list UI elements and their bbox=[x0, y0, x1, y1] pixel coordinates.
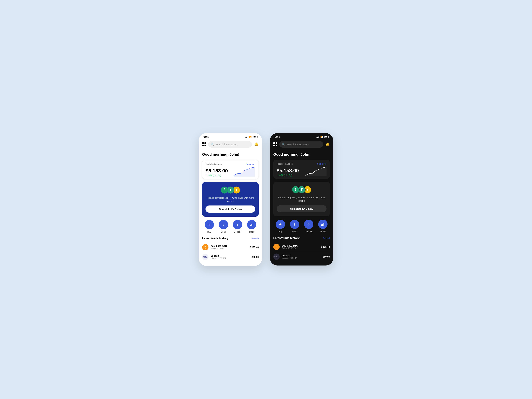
btc-icon-dark: ₿ bbox=[273, 244, 280, 250]
search-icon-light: 🔍 bbox=[211, 143, 214, 146]
signal-bar-d3 bbox=[318, 137, 318, 138]
deposit-btn-light[interactable]: ↑ bbox=[233, 220, 242, 229]
trade-item-visa-dark: VISA Deposit 15 Apr, 12:00 PM $50.00 bbox=[273, 252, 330, 261]
action-deposit-dark[interactable]: ↑ Deposit bbox=[304, 220, 313, 233]
svg-rect-7 bbox=[324, 223, 324, 226]
portfolio-amount-light: $5,158.00 bbox=[206, 168, 228, 174]
trade-btn-dark[interactable] bbox=[318, 220, 328, 229]
trade-label-light: Trade bbox=[249, 231, 254, 233]
battery-icon-light bbox=[253, 136, 257, 138]
kyc-card-dark: ₿ T ♦ Please complete your KYC to trade … bbox=[273, 182, 330, 216]
trade-name-visa-dark: Deposit bbox=[282, 254, 321, 257]
portfolio-chart-dark bbox=[305, 166, 327, 176]
bell-icon-dark[interactable]: 🔔 bbox=[325, 142, 330, 147]
time-light: 9:41 bbox=[203, 135, 209, 139]
trade-amount-visa-light: $50.00 bbox=[252, 256, 259, 258]
svg-rect-6 bbox=[323, 223, 323, 226]
see-all-light[interactable]: See All bbox=[252, 237, 259, 240]
visa-icon-dark: VISA bbox=[273, 253, 280, 260]
kyc-text-light: Please complete your KYC to trade with m… bbox=[205, 196, 255, 203]
action-send-dark[interactable]: ↓ Send bbox=[290, 220, 299, 233]
action-trade-dark[interactable]: Trade bbox=[318, 220, 328, 233]
svg-rect-3 bbox=[253, 223, 253, 226]
buy-btn-light[interactable]: + bbox=[205, 220, 214, 229]
dark-phone-body: Good morning, John! Portfolio balance Se… bbox=[270, 150, 333, 266]
portfolio-content-dark: $5,158.00 + 18.00 (+1.17%) bbox=[277, 166, 327, 176]
portfolio-label-light: Portfolio balance bbox=[206, 163, 222, 165]
send-btn-dark[interactable]: ↓ bbox=[290, 220, 299, 229]
wifi-icon-dark: 📶 bbox=[320, 136, 323, 138]
trade-date-btc-light: Today, 10:00 PM bbox=[210, 247, 248, 250]
kyc-button-light[interactable]: Complete KYC now bbox=[205, 205, 255, 213]
actions-row-dark: + Buy ↓ Send ↑ Deposit bbox=[273, 220, 330, 233]
buy-label-dark: Buy bbox=[279, 230, 282, 233]
portfolio-header-dark: Portfolio balance See more bbox=[277, 163, 327, 165]
phones-container: 9:41 📶 bbox=[199, 133, 333, 266]
trade-history-title-dark: Latest trade history bbox=[273, 236, 300, 240]
signal-bar-d2 bbox=[317, 137, 318, 138]
trade-info-btc-light: Buy 0.001 BTC Today, 10:00 PM bbox=[210, 245, 248, 250]
visa-icon-light: VISA bbox=[202, 254, 209, 260]
deposit-btn-dark[interactable]: ↑ bbox=[304, 220, 313, 229]
portfolio-values-light: $5,158.00 + 18.00 (+1.17%) bbox=[206, 168, 228, 177]
status-icons-dark: 📶 bbox=[316, 136, 329, 138]
status-icons-light: 📶 bbox=[245, 136, 257, 138]
trade-name-visa-light: Deposit bbox=[210, 254, 250, 257]
trade-date-btc-dark: Today, 10:00 PM bbox=[282, 247, 319, 249]
trade-info-visa-light: Deposit 15 Apr, 12:00 PM bbox=[210, 254, 250, 260]
buy-label-light: Buy bbox=[207, 231, 211, 233]
portfolio-change-light: + 18.00 (+1.17%) bbox=[206, 174, 228, 177]
status-bar-dark: 9:41 📶 bbox=[270, 133, 333, 140]
trade-amount-btc-dark: $ 195.40 bbox=[321, 246, 330, 248]
btc-icon-light: ₿ bbox=[202, 244, 209, 250]
status-bar-light: 9:41 📶 bbox=[199, 133, 262, 140]
search-bar-light[interactable]: 🔍 Search for an asset bbox=[208, 141, 252, 148]
grid-dot-d bbox=[276, 142, 278, 144]
trade-date-visa-dark: 15 Apr, 12:00 PM bbox=[282, 257, 321, 259]
send-label-dark: Send bbox=[292, 230, 297, 233]
portfolio-header-light: Portfolio balance See more bbox=[206, 163, 255, 165]
wifi-icon-light: 📶 bbox=[249, 136, 252, 138]
search-bar-dark[interactable]: 🔍 Search for an asset bbox=[279, 141, 323, 148]
grid-dot-d bbox=[273, 145, 275, 146]
light-phone: 9:41 📶 bbox=[199, 133, 262, 266]
signal-bars-dark bbox=[316, 136, 319, 138]
coin-btc-light: ₿ bbox=[221, 186, 228, 194]
deposit-label-light: Deposit bbox=[234, 231, 241, 233]
action-buy-dark[interactable]: + Buy bbox=[276, 220, 285, 233]
trade-icon-dark bbox=[321, 223, 324, 226]
send-label-light: Send bbox=[221, 231, 226, 233]
kyc-card-light: ₿ T ♦ Please complete your KYC to trade … bbox=[202, 182, 259, 217]
signal-bar-d4 bbox=[319, 136, 319, 138]
search-icon-dark: 🔍 bbox=[282, 143, 285, 146]
trade-amount-btc-light: $ 195.40 bbox=[250, 246, 259, 248]
kyc-text-dark: Please complete your KYC to trade with m… bbox=[277, 196, 327, 203]
trade-history-title-light: Latest trade history bbox=[202, 237, 228, 240]
signal-bar-1 bbox=[245, 138, 246, 138]
signal-bar-4 bbox=[248, 136, 248, 138]
see-more-light[interactable]: See more bbox=[246, 163, 255, 165]
see-more-dark[interactable]: See more bbox=[317, 163, 327, 165]
grid-dot bbox=[204, 142, 206, 144]
grid-icon-dark[interactable] bbox=[273, 142, 277, 146]
coin-btc-dark: ₿ bbox=[291, 186, 300, 194]
see-all-dark[interactable]: See All bbox=[323, 237, 330, 239]
action-send-light[interactable]: ↓ Send bbox=[219, 220, 228, 233]
portfolio-change-dark: + 18.00 (+1.17%) bbox=[277, 174, 299, 176]
portfolio-card-light: Portfolio balance See more $5,158.00 + 1… bbox=[202, 160, 259, 179]
grid-icon-light[interactable] bbox=[202, 142, 206, 146]
bell-icon-light[interactable]: 🔔 bbox=[254, 142, 259, 147]
buy-btn-dark[interactable]: + bbox=[276, 220, 285, 229]
portfolio-amount-dark: $5,158.00 bbox=[277, 168, 299, 173]
portfolio-label-dark: Portfolio balance bbox=[277, 163, 293, 165]
trade-info-btc-dark: Buy 0.001 BTC Today, 10:00 PM bbox=[282, 244, 319, 249]
trade-name-btc-light: Buy 0.001 BTC bbox=[210, 245, 248, 247]
portfolio-chart-light bbox=[234, 167, 255, 177]
trade-btn-light[interactable] bbox=[247, 220, 256, 229]
action-buy-light[interactable]: + Buy bbox=[205, 220, 214, 233]
crypto-icons-dark: ₿ T ♦ bbox=[277, 186, 327, 194]
kyc-button-dark[interactable]: Complete KYC now bbox=[277, 205, 327, 212]
action-trade-light[interactable]: Trade bbox=[247, 220, 256, 233]
action-deposit-light[interactable]: ↑ Deposit bbox=[233, 220, 242, 233]
send-btn-light[interactable]: ↓ bbox=[219, 220, 228, 229]
